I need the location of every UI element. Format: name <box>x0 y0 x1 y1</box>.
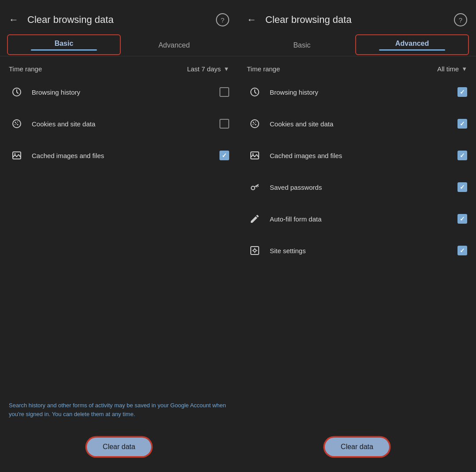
right-browsing-history-label: Browsing history <box>270 88 450 96</box>
right-site-settings-label: Site settings <box>270 247 450 254</box>
right-site-settings-checkbox[interactable] <box>457 246 467 255</box>
right-cookies-checkbox[interactable] <box>457 119 467 129</box>
right-passwords-checkbox[interactable] <box>457 182 467 192</box>
left-footer-note: Search history and other forms of activi… <box>0 396 238 429</box>
image-icon <box>9 148 25 163</box>
left-page-title: Clear browsing data <box>27 14 211 26</box>
svg-rect-22 <box>251 247 259 254</box>
svg-point-13 <box>253 124 253 125</box>
svg-point-14 <box>255 124 257 125</box>
svg-point-15 <box>254 123 255 124</box>
svg-line-21 <box>256 186 257 187</box>
svg-line-20 <box>257 185 258 186</box>
svg-point-4 <box>15 124 15 125</box>
left-time-range-dropdown[interactable]: Last 7 days ▼ <box>187 65 229 73</box>
svg-point-6 <box>16 123 17 124</box>
left-panel: ← Clear browsing data ? Basic Advanced T… <box>0 0 238 472</box>
left-time-range-label: Time range <box>9 65 42 73</box>
cookie-icon <box>9 116 25 132</box>
right-page-title: Clear browsing data <box>265 14 449 26</box>
right-tabs: Basic Advanced <box>238 35 476 54</box>
pencil-icon <box>247 211 263 227</box>
right-item-cookies[interactable]: Cookies and site data <box>245 108 469 140</box>
cookie-icon <box>247 116 263 132</box>
left-cached-label: Cached images and files <box>32 152 212 159</box>
right-autofill-checkbox[interactable] <box>457 214 467 224</box>
right-tab-basic[interactable]: Basic <box>247 35 357 54</box>
right-time-range-row: Time range All time ▼ <box>238 58 476 76</box>
left-tab-advanced[interactable]: Advanced <box>119 35 229 54</box>
left-cached-checkbox[interactable] <box>219 151 229 160</box>
left-tab-divider <box>0 56 238 56</box>
left-browsing-history-checkbox[interactable] <box>219 87 229 97</box>
right-help-button[interactable]: ? <box>454 13 467 26</box>
left-dropdown-arrow-icon: ▼ <box>223 66 229 72</box>
left-item-cookies[interactable]: Cookies and site data <box>7 108 231 140</box>
image-icon <box>247 148 263 163</box>
right-time-range-label: Time range <box>247 65 280 73</box>
left-back-button[interactable]: ← <box>9 12 22 27</box>
right-footer-btn-area: Clear data <box>238 429 476 472</box>
svg-point-8 <box>15 153 16 155</box>
right-autofill-label: Auto-fill form data <box>270 215 450 223</box>
right-time-range-value: All time <box>437 65 459 73</box>
right-tab-divider <box>238 56 476 56</box>
left-help-button[interactable]: ? <box>216 13 229 26</box>
left-item-list: Browsing history Cookies and site data C… <box>0 76 238 396</box>
gear-icon <box>247 243 263 258</box>
left-cookies-checkbox[interactable] <box>219 119 229 129</box>
right-header: ← Clear browsing data ? <box>238 0 476 32</box>
left-tabs: Basic Advanced <box>0 35 238 54</box>
svg-point-23 <box>253 249 256 252</box>
svg-point-2 <box>15 122 16 123</box>
right-time-range-dropdown[interactable]: All time ▼ <box>437 65 467 73</box>
left-browsing-history-label: Browsing history <box>32 88 212 96</box>
right-back-button[interactable]: ← <box>247 12 260 27</box>
left-clear-data-button[interactable]: Clear data <box>87 438 151 456</box>
left-cookies-label: Cookies and site data <box>32 120 212 128</box>
left-time-range-row: Time range Last 7 days ▼ <box>0 58 238 76</box>
svg-point-11 <box>253 122 254 123</box>
left-item-cached[interactable]: Cached images and files <box>7 140 231 171</box>
clock-icon <box>9 84 25 100</box>
left-tab-basic[interactable]: Basic <box>9 35 119 54</box>
svg-point-3 <box>17 122 18 122</box>
right-item-cached[interactable]: Cached images and files <box>245 140 469 171</box>
key-icon <box>247 179 263 195</box>
svg-point-5 <box>17 124 19 125</box>
right-tab-advanced[interactable]: Advanced <box>357 35 467 54</box>
clock-icon <box>247 84 263 100</box>
left-header: ← Clear browsing data ? <box>0 0 238 32</box>
right-item-browsing-history[interactable]: Browsing history <box>245 76 469 108</box>
right-item-autofill[interactable]: Auto-fill form data <box>245 203 469 235</box>
right-cached-checkbox[interactable] <box>457 151 467 160</box>
right-item-passwords[interactable]: Saved passwords <box>245 171 469 203</box>
svg-point-12 <box>255 122 256 122</box>
left-item-browsing-history[interactable]: Browsing history <box>7 76 231 108</box>
right-dropdown-arrow-icon: ▼ <box>461 66 467 72</box>
left-footer-btn-area: Clear data <box>0 429 238 472</box>
right-passwords-label: Saved passwords <box>270 184 450 191</box>
right-browsing-history-checkbox[interactable] <box>457 87 467 97</box>
right-cookies-label: Cookies and site data <box>270 120 450 128</box>
right-panel: ← Clear browsing data ? Basic Advanced T… <box>238 0 476 472</box>
right-item-site-settings[interactable]: Site settings <box>245 235 469 266</box>
right-cached-label: Cached images and files <box>270 152 450 159</box>
svg-point-17 <box>253 153 254 155</box>
right-clear-data-button[interactable]: Clear data <box>325 438 389 456</box>
left-time-range-value: Last 7 days <box>187 65 221 73</box>
right-item-list: Browsing history Cookies and site data C… <box>238 76 476 429</box>
